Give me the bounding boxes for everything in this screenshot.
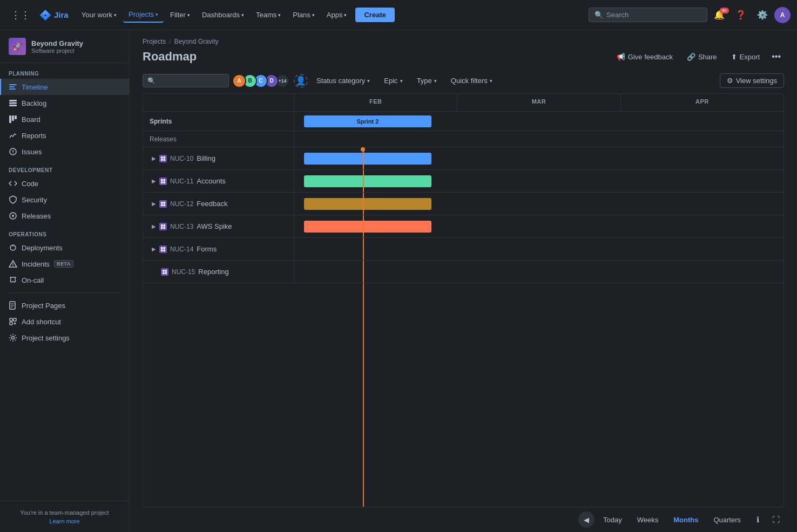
feedback-icon: 📢 — [617, 53, 625, 61]
issue-cell[interactable]: ▶ NUC-11 Accounts — [143, 170, 294, 192]
svg-rect-28 — [164, 156, 166, 159]
epic-filter[interactable]: Epic ▾ — [379, 74, 408, 87]
nav-item-your-work[interactable]: Your work ▾ — [76, 8, 122, 22]
gantt-bar-nuc13[interactable] — [304, 221, 431, 233]
issue-cell[interactable]: ▶ NUC-12 Feedback — [143, 193, 294, 215]
sidebar-item-reports[interactable]: Reports — [0, 127, 129, 144]
nav-item-plans[interactable]: Plans ▾ — [287, 8, 320, 22]
filter-search-input[interactable] — [159, 77, 218, 85]
quick-filters[interactable]: Quick filters ▾ — [445, 74, 498, 87]
sidebar-item-project-pages[interactable]: Project Pages — [0, 297, 129, 313]
releases-label-cell: Releases — [143, 131, 294, 147]
issue-key: NUC-15 — [172, 268, 195, 276]
issue-key: NUC-14 — [170, 245, 193, 253]
create-button[interactable]: Create — [355, 8, 394, 22]
sidebar-item-code[interactable]: Code — [0, 175, 129, 192]
issue-cell[interactable]: NUC-15 Reporting — [143, 261, 294, 283]
sidebar-item-add-shortcut[interactable]: Add shortcut — [0, 313, 129, 330]
view-settings-btn[interactable]: ⚙ View settings — [720, 73, 784, 88]
sidebar-item-deployments[interactable]: Deployments — [0, 240, 129, 256]
issue-key: NUC-11 — [170, 178, 193, 185]
time-indicator-ref4 — [363, 238, 364, 260]
nav-item-filter[interactable]: Filter ▾ — [165, 8, 195, 22]
oncall-icon — [9, 276, 17, 284]
sidebar-item-timeline[interactable]: Timeline — [0, 79, 129, 95]
gantt-bar-nuc11[interactable] — [304, 175, 431, 187]
sidebar-item-issues[interactable]: Issues — [0, 144, 129, 160]
security-label: Security — [22, 196, 47, 204]
learn-more-link[interactable]: Learn more — [9, 518, 120, 524]
svg-rect-8 — [15, 115, 17, 119]
expand-icon[interactable]: ▶ — [152, 155, 156, 161]
issue-title: Billing — [197, 154, 215, 162]
svg-rect-22 — [13, 318, 16, 321]
months-btn[interactable]: Months — [667, 513, 705, 527]
project-header[interactable]: 🚀 Beyond Gravity Software project — [0, 30, 129, 63]
jira-logo[interactable]: Jira — [36, 10, 73, 21]
releases-timeline — [294, 131, 784, 147]
sidebar-item-project-settings[interactable]: Project settings — [0, 330, 129, 346]
give-feedback-btn[interactable]: 📢 Give feedback — [611, 50, 678, 64]
weeks-btn[interactable]: Weeks — [631, 513, 665, 527]
quarters-btn[interactable]: Quarters — [707, 513, 747, 527]
nav-item-teams[interactable]: Teams ▾ — [251, 8, 286, 22]
sidebar-item-backlog[interactable]: Backlog — [0, 95, 129, 111]
expand-icon[interactable]: ▶ — [152, 178, 156, 184]
sidebar-item-incidents[interactable]: Incidents BETA — [0, 256, 129, 272]
svg-rect-5 — [9, 105, 17, 106]
search-placeholder: Search — [606, 11, 629, 19]
type-filter[interactable]: Type ▾ — [411, 74, 442, 87]
issue-cell[interactable]: ▶ NUC-10 Billing — [143, 147, 294, 169]
share-btn[interactable]: 🔗 Share — [681, 50, 722, 64]
more-actions-btn[interactable]: ••• — [768, 50, 784, 64]
scroll-left-btn[interactable]: ◀ — [578, 511, 595, 528]
user-avatar[interactable]: A — [774, 7, 791, 23]
search-filter-box[interactable]: 🔍 — [143, 74, 229, 87]
issue-cell[interactable]: ▶ NUC-14 Forms — [143, 238, 294, 260]
issue-key: NUC-10 — [170, 155, 193, 162]
issue-type-icon — [159, 200, 167, 208]
sidebar-item-oncall[interactable]: On-call — [0, 272, 129, 288]
nav-item-dashboards[interactable]: Dashboards ▾ — [197, 8, 249, 22]
breadcrumb-projects[interactable]: Projects — [143, 38, 166, 45]
notifications-btn[interactable]: 🔔 9+ — [710, 6, 729, 23]
project-icon: 🚀 — [9, 38, 26, 55]
svg-rect-45 — [161, 249, 163, 251]
empty-space — [143, 283, 784, 507]
help-btn[interactable]: ❓ — [731, 6, 751, 23]
info-btn[interactable]: ℹ — [749, 511, 766, 528]
apps-grid-btn[interactable]: ⋮⋮ — [6, 6, 35, 24]
expand-icon[interactable]: ▶ — [152, 246, 156, 252]
issue-bar-area — [294, 193, 784, 215]
breadcrumb-project-name[interactable]: Beyond Gravity — [174, 38, 219, 45]
svg-rect-6 — [9, 115, 11, 123]
svg-rect-29 — [161, 159, 163, 161]
search-box[interactable]: 🔍 Search — [589, 8, 707, 22]
settings-btn[interactable]: ⚙️ — [753, 6, 772, 23]
roadmap-grid: FEB MAR APR Sprints Sprint 2 Releases — [143, 93, 784, 507]
avatar-1[interactable]: A — [232, 74, 246, 88]
nav-item-apps[interactable]: Apps ▾ — [321, 8, 353, 22]
gantt-bar-nuc12[interactable] — [304, 198, 431, 210]
issue-cell[interactable]: ▶ NUC-13 AWS Spike — [143, 215, 294, 237]
status-category-filter[interactable]: Status category ▾ — [311, 74, 375, 87]
nav-item-projects[interactable]: Projects ▾ — [123, 7, 164, 23]
sprint-bar[interactable]: Sprint 2 — [304, 115, 431, 127]
export-btn[interactable]: ⬆ Export — [726, 50, 766, 64]
svg-rect-47 — [163, 270, 165, 272]
table-row: ▶ NUC-12 Feedback — [143, 193, 784, 215]
expand-btn[interactable]: ⛶ — [768, 511, 784, 528]
project-name: Beyond Gravity — [31, 39, 83, 47]
invite-people-btn[interactable]: 👤 — [294, 74, 308, 88]
today-btn[interactable]: Today — [597, 513, 629, 527]
expand-icon[interactable]: ▶ — [152, 223, 156, 229]
sidebar-item-board[interactable]: Board — [0, 111, 129, 127]
sidebar-item-releases[interactable]: Releases — [0, 208, 129, 224]
svg-rect-30 — [164, 159, 166, 161]
svg-rect-27 — [161, 156, 163, 159]
view-settings-icon: ⚙ — [727, 77, 733, 85]
gantt-bar-nuc10[interactable] — [304, 153, 431, 165]
expand-icon[interactable]: ▶ — [152, 201, 156, 207]
sidebar-item-security[interactable]: Security — [0, 192, 129, 208]
main-content: Projects / Beyond Gravity Roadmap 📢 Give… — [130, 30, 797, 532]
